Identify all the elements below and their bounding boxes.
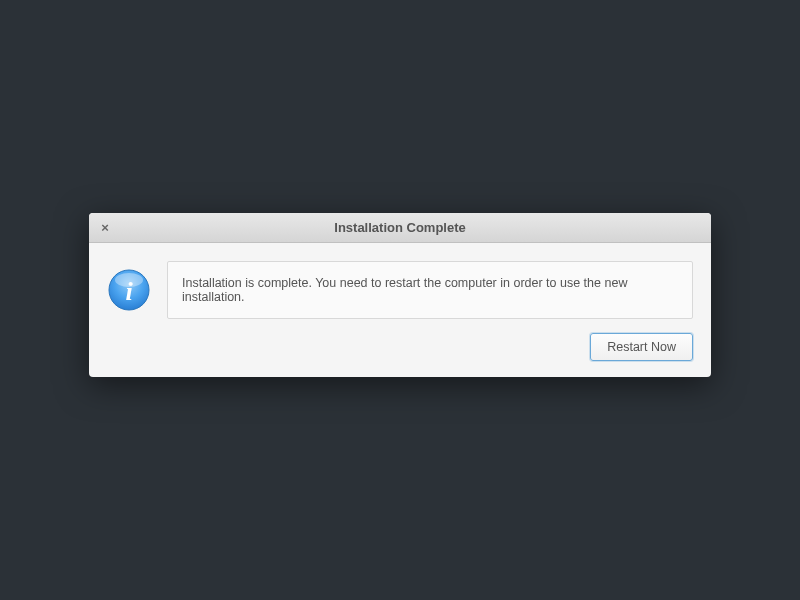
installation-complete-dialog: × Installation Complete i [89,213,711,377]
dialog-content-row: i Installation is complete. You need to … [107,261,693,319]
dialog-body: i Installation is complete. You need to … [89,243,711,377]
close-icon: × [101,221,109,234]
button-row: Restart Now [107,333,693,361]
svg-text:i: i [125,277,133,306]
restart-now-button[interactable]: Restart Now [590,333,693,361]
dialog-title: Installation Complete [89,220,711,235]
close-button[interactable]: × [97,220,113,236]
info-icon: i [107,268,151,312]
message-box: Installation is complete. You need to re… [167,261,693,319]
dialog-titlebar: × Installation Complete [89,213,711,243]
message-text: Installation is complete. You need to re… [182,276,627,304]
